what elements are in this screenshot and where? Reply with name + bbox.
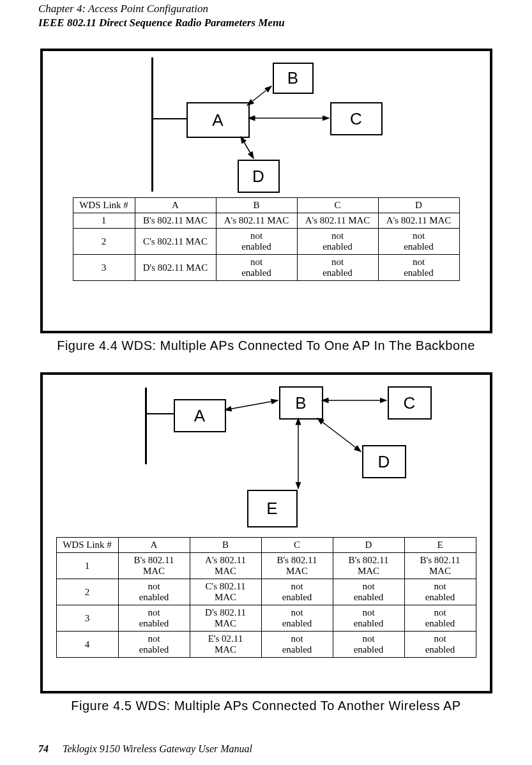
table-cell: C's 802.11 MAC <box>135 229 216 255</box>
svg-line-7 <box>225 400 278 410</box>
table-row: 1B's 802.11MACA's 802.11MACB's 802.11MAC… <box>56 553 476 579</box>
table-cell: B's 802.11MAC <box>118 553 190 579</box>
table-cell: notenabled <box>333 605 404 632</box>
table-cell: D's 802.11 MAC <box>135 255 216 281</box>
wds-links-icon <box>43 51 490 195</box>
table-cell: notenabled <box>404 632 476 658</box>
table-cell: A's 802.11MAC <box>190 553 261 579</box>
table-cell: notenabled <box>378 255 459 281</box>
figure-4-5-caption: Figure 4.5 WDS: Multiple APs Connected T… <box>71 699 460 713</box>
figure-4-4-table: WDS Link #ABCD 1B's 802.11 MACA's 802.11… <box>73 197 460 281</box>
table-cell: 1 <box>56 553 118 579</box>
table-header-cell: WDS Link # <box>56 538 118 553</box>
section-header: IEEE 802.11 Direct Sequence Radio Parame… <box>38 17 494 29</box>
table-row: 3D's 802.11 MACnotenablednotenablednoten… <box>73 255 459 281</box>
table-row: 2C's 802.11 MACnotenablednotenablednoten… <box>73 229 459 255</box>
table-header-cell: A <box>135 198 216 213</box>
table-header-cell: C <box>297 198 378 213</box>
table-cell: notenabled <box>216 229 297 255</box>
figure-4-4-diagram: A B C D <box>43 51 490 195</box>
table-cell: E's 02.11MAC <box>190 632 261 658</box>
table-header-cell: C <box>261 538 333 553</box>
table-header-cell: A <box>118 538 190 553</box>
table-cell: B's 802.11MAC <box>333 553 404 579</box>
table-cell: notenabled <box>333 632 404 658</box>
table-cell: notenabled <box>378 229 459 255</box>
table-cell: 1 <box>73 213 135 229</box>
table-header-cell: E <box>404 538 476 553</box>
table-row: 3notenabledD's 802.11MACnotenablednotena… <box>56 605 476 632</box>
wds-links-icon <box>43 375 490 534</box>
figure-4-4-frame: A B C D WDS Link #ABCD 1B's 802 <box>40 49 492 333</box>
table-cell: notenabled <box>297 229 378 255</box>
svg-line-4 <box>241 137 254 158</box>
table-cell: B's 802.11MAC <box>261 553 333 579</box>
table-cell: D's 802.11MAC <box>190 605 261 632</box>
table-cell: A's 802.11 MAC <box>297 213 378 229</box>
table-cell: notenabled <box>118 632 190 658</box>
table-cell: A's 802.11 MAC <box>216 213 297 229</box>
table-header-cell: WDS Link # <box>73 198 135 213</box>
table-cell: notenabled <box>333 579 404 605</box>
table-cell: 2 <box>73 229 135 255</box>
table-cell: notenabled <box>118 605 190 632</box>
table-header-cell: B <box>216 198 297 213</box>
table-row: 2notenabledC's 802.11MACnotenablednotena… <box>56 579 476 605</box>
table-cell: B's 802.11 MAC <box>135 213 216 229</box>
table-cell: 3 <box>73 255 135 281</box>
table-cell: A's 802.11 MAC <box>378 213 459 229</box>
table-cell: notenabled <box>118 579 190 605</box>
table-row: 1B's 802.11 MACA's 802.11 MACA's 802.11 … <box>73 213 459 229</box>
table-header-cell: B <box>190 538 261 553</box>
table-cell: notenabled <box>261 632 333 658</box>
table-cell: 2 <box>56 579 118 605</box>
figure-4-5-frame: A B C D E WDS Link #AB <box>40 372 492 693</box>
table-cell: notenabled <box>216 255 297 281</box>
figure-4-5-table: WDS Link #ABCDE 1B's 802.11MACA's 802.11… <box>56 537 476 658</box>
table-cell: 3 <box>56 605 118 632</box>
chapter-header: Chapter 4: Access Point Configuration <box>38 3 494 15</box>
table-cell: 4 <box>56 632 118 658</box>
table-header-cell: D <box>378 198 459 213</box>
figure-4-5-diagram: A B C D E <box>43 375 490 534</box>
table-cell: notenabled <box>261 605 333 632</box>
figure-4-4-caption: Figure 4.4 WDS: Multiple APs Connected T… <box>57 338 475 352</box>
table-cell: notenabled <box>261 579 333 605</box>
table-cell: C's 802.11MAC <box>190 579 261 605</box>
svg-line-9 <box>317 418 361 451</box>
page-footer: 74 Teklogix 9150 Wireless Gateway User M… <box>38 743 252 755</box>
table-cell: B's 802.11MAC <box>404 553 476 579</box>
page-number: 74 <box>38 743 49 754</box>
svg-line-2 <box>247 86 271 105</box>
table-cell: notenabled <box>404 605 476 632</box>
manual-title: Teklogix 9150 Wireless Gateway User Manu… <box>63 743 252 754</box>
table-cell: notenabled <box>404 579 476 605</box>
table-row: 4notenabledE's 02.11MACnotenablednotenab… <box>56 632 476 658</box>
table-cell: notenabled <box>297 255 378 281</box>
table-header-cell: D <box>333 538 404 553</box>
